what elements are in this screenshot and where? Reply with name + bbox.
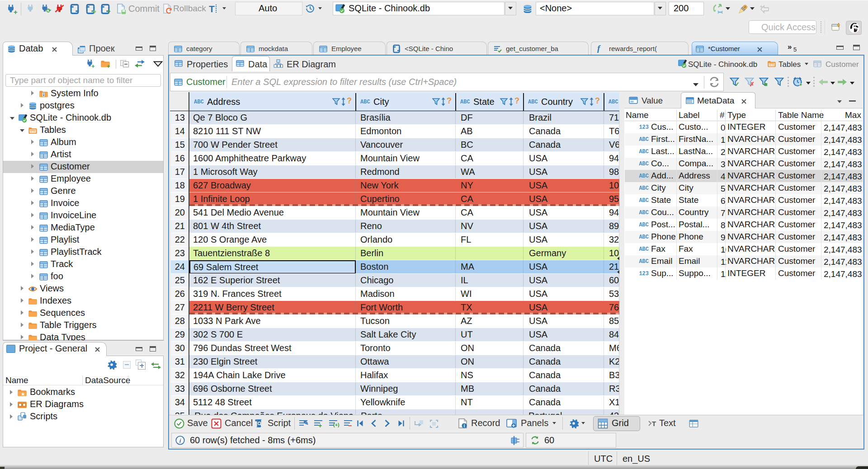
svg-text:T: T [652,420,656,427]
svg-text:i: i [179,437,181,444]
svg-text:i: i [464,423,465,428]
